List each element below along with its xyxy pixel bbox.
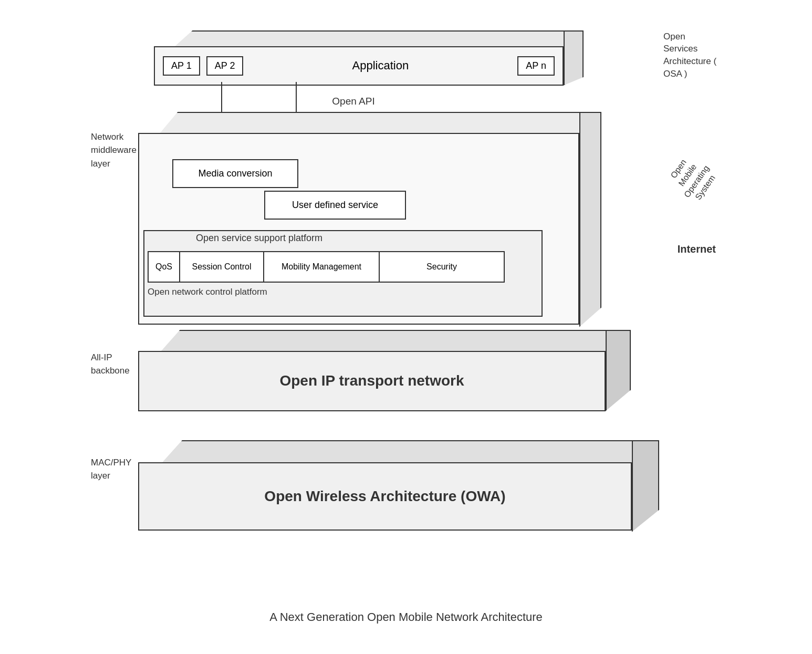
diagram-caption: A Next Generation Open Mobile Network Ar… bbox=[269, 610, 543, 624]
ip-layer-side bbox=[606, 330, 631, 411]
diagram: AP 1 AP 2 Application AP n Open Services… bbox=[91, 25, 721, 629]
internet-label: Internet bbox=[678, 243, 716, 255]
middleware-top bbox=[158, 112, 599, 136]
ap1-box: AP 1 bbox=[163, 56, 200, 76]
ip-layer-text: Open IP transport network bbox=[279, 372, 464, 389]
app-label: Application bbox=[249, 59, 511, 72]
ip-layer-front: Open IP transport network bbox=[138, 351, 606, 411]
owa-layer: Open Wireless Architecture (OWA) bbox=[138, 440, 674, 532]
osa-label: Open Services Architecture ( OSA ) bbox=[663, 30, 721, 80]
macphy-label: MAC/PHY layer bbox=[91, 456, 138, 483]
app-layer-front: AP 1 AP 2 Application AP n bbox=[154, 46, 564, 86]
ip-layer: Open IP transport network bbox=[138, 330, 642, 411]
owa-layer-top bbox=[160, 440, 654, 465]
media-conversion-box: Media conversion bbox=[172, 159, 298, 188]
mobility-box: Mobility Management bbox=[264, 252, 380, 282]
ap2-box: AP 2 bbox=[206, 56, 244, 76]
ip-layer-top bbox=[159, 330, 627, 354]
ossp-label: Open service support platform bbox=[196, 233, 322, 244]
owa-layer-front: Open Wireless Architecture (OWA) bbox=[138, 462, 632, 531]
app-layer-side bbox=[564, 30, 584, 86]
qos-box: QoS bbox=[149, 252, 180, 282]
network-middleware-label: Network middleware layer bbox=[91, 130, 138, 171]
omo-label: Open Mobile Operating System bbox=[662, 148, 722, 207]
control-boxes: QoS Session Control Mobility Management … bbox=[148, 251, 505, 283]
owa-layer-text: Open Wireless Architecture (OWA) bbox=[264, 488, 505, 505]
open-api-bar: Open API bbox=[175, 94, 532, 109]
apn-box: AP n bbox=[517, 56, 555, 76]
owa-layer-side bbox=[632, 440, 659, 532]
user-defined-box: User defined service bbox=[264, 191, 406, 220]
allip-label: All-IP backbone bbox=[91, 351, 138, 378]
security-box: Security bbox=[380, 252, 504, 282]
session-box: Session Control bbox=[180, 252, 264, 282]
app-layer: AP 1 AP 2 Application AP n bbox=[154, 30, 585, 83]
middleware-side bbox=[579, 112, 601, 327]
oncp-label: Open network control platform bbox=[148, 287, 267, 297]
